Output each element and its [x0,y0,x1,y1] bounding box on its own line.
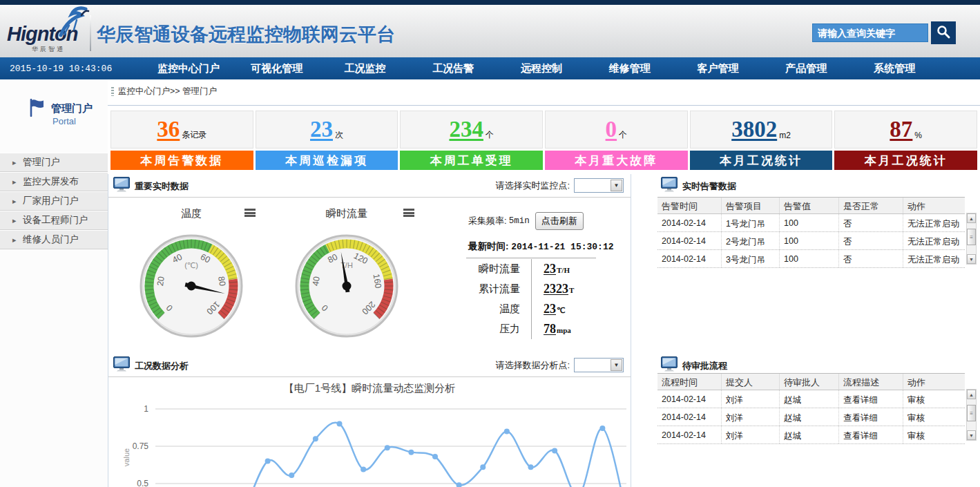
divider [108,105,980,106]
sidebar-item-维修人员门户[interactable]: 维修人员门户 [0,230,108,249]
stat-card-value-box: 36条记录 [111,111,253,149]
column-header-动作: 动作 [903,374,965,390]
reading-row: 累计流量2323T [435,279,574,299]
search-input[interactable] [812,23,928,42]
table-cell: 2014-02-14 [657,426,721,443]
monitor-icon [113,356,130,375]
scrollbar-thumb[interactable]: ≡ [967,229,976,245]
reading-label: 累计流量 [435,279,532,299]
stat-card-1: 23次本周巡检漏项 [256,111,398,170]
svg-text:40: 40 [311,276,322,287]
stat-card-label[interactable]: 本月工况统计 [690,151,833,170]
stat-card-number[interactable]: 0 [606,118,617,141]
logo-divider [90,15,91,51]
svg-text:0.75: 0.75 [133,441,149,451]
table-cell[interactable]: 查看详细 [838,408,903,426]
breadcrumb: 监控中心门户>> 管理门户 [111,86,217,97]
temperature-gauge: 020406080100(℃) [139,233,244,338]
reading-label: 瞬时流量 [435,259,532,279]
nav-item-产品管理[interactable]: 产品管理 [762,57,850,79]
stat-card-label[interactable]: 本周巡检漏项 [256,151,398,170]
stat-card-number[interactable]: 3802 [731,118,777,141]
stat-card-value-box: 0个 [545,111,688,149]
sidebar-item-厂家用户门户[interactable]: 厂家用户门户 [0,191,108,211]
sidebar-item-管理门户[interactable]: 管理门户 [0,153,108,172]
nav-item-客户管理[interactable]: 客户管理 [674,57,762,79]
page-title: 华辰智通设备远程监控物联网云平台 [97,22,395,47]
nav-item-可视化管理[interactable]: 可视化管理 [233,57,321,79]
stat-card-unit: 个 [619,129,627,141]
table-cell: 100 [779,250,838,267]
monitor-point-select[interactable]: ▼ [574,178,624,193]
column-header-流程时间: 流程时间 [657,374,721,390]
stat-card-number[interactable]: 87 [890,118,912,141]
table-header-row: 告警时间告警项目告警值是否正常动作 [657,198,965,214]
frequency-value: 5min [509,216,530,226]
table-cell: 100 [779,214,838,231]
nav-item-工况监控[interactable]: 工况监控 [321,57,410,79]
reading-unit: T/H [557,266,570,274]
table-cell: 2014-02-14 [657,408,721,426]
stat-card-value-box: 3802m2 [690,111,833,149]
column-header-告警项目: 告警项目 [721,198,779,213]
stat-card-label[interactable]: 本周工单受理 [400,151,543,170]
stat-card-label[interactable]: 本周告警数据 [111,151,253,170]
temperature-gauge-title: 温度 [150,207,233,220]
chevron-down-icon[interactable]: ▼ [611,180,622,191]
nav-timestamp: 2015-10-19 10:43:06 [0,64,144,74]
main-nav: 2015-10-19 10:43:06 监控中心门户可视化管理工况监控工况告警远… [0,57,980,79]
reading-row: 压力78mpa [435,319,574,339]
main-content: 监控中心门户>> 管理门户 36条记录本周告警数据23次本周巡检漏项234个本周… [108,79,980,487]
reading-row: 温度23℃ [435,299,574,319]
table-cell: 赵城 [779,426,838,443]
table-cell[interactable]: 审核 [903,426,965,443]
table-cell[interactable]: 查看详细 [838,390,903,408]
search-button[interactable] [931,21,956,44]
stat-card-label[interactable]: 本月工况统计 [834,151,977,170]
nav-item-监控中心门户[interactable]: 监控中心门户 [144,57,233,79]
column-header-告警时间: 告警时间 [657,198,721,213]
latest-time-value: 2014-11-21 15:30:12 [511,242,613,252]
approvals-table-scrollbar[interactable]: ▲ ≡ ▼ [966,389,977,441]
nav-item-远程控制[interactable]: 远程控制 [497,57,586,79]
flow-gauge-title: 瞬时流量 [305,207,388,220]
alarms-table-scrollbar[interactable]: ▲ ≡ ▼ [966,213,977,265]
column-header-待审批人: 待审批人 [779,374,838,390]
refresh-button[interactable]: 点击刷新 [535,212,584,230]
scroll-up-icon[interactable]: ▲ [967,213,976,223]
scroll-up-icon[interactable]: ▲ [967,390,976,399]
table-cell: 无法正常启动 [903,250,965,267]
nav-item-工况告警[interactable]: 工况告警 [409,57,497,79]
reading-number: 2323 [544,282,568,296]
stat-card-label[interactable]: 本月重大故障 [545,151,688,170]
chart-menu-icon[interactable] [403,209,414,217]
nav-item-维修管理[interactable]: 维修管理 [586,57,674,79]
sidebar-item-设备工程师门户[interactable]: 设备工程师门户 [0,211,108,230]
stat-card-number[interactable]: 234 [449,118,483,141]
table-cell[interactable]: 审核 [903,390,965,408]
stat-card-number[interactable]: 36 [157,118,180,141]
stat-card-2: 234个本周工单受理 [400,111,543,170]
scroll-down-icon[interactable]: ▼ [967,430,976,440]
analysis-point-select[interactable]: ▼ [574,358,624,372]
nav-item-系统管理[interactable]: 系统管理 [850,57,939,79]
svg-text:1: 1 [144,404,148,414]
scrollbar-thumb[interactable]: ≡ [967,405,976,421]
table-cell[interactable]: 审核 [903,408,965,426]
svg-text:80: 80 [216,276,227,287]
chart-menu-icon[interactable] [244,209,256,217]
reading-row: 瞬时流量23T/H [435,259,574,279]
table-cell[interactable]: 查看详细 [838,426,903,443]
stat-card-number[interactable]: 23 [310,118,333,141]
monitor-point-select-label: 请选择实时监控点: [495,180,570,192]
alarms-section-title: 实时告警数据 [682,180,736,193]
portal-subtitle: Portal [52,116,76,126]
reading-label: 温度 [435,299,532,319]
column-header-动作: 动作 [903,198,965,213]
scroll-down-icon[interactable]: ▼ [967,254,976,264]
chevron-down-icon[interactable]: ▼ [611,359,622,371]
table-cell: 否 [838,232,903,249]
sidebar-item-监控大屏发布[interactable]: 监控大屏发布 [0,172,108,191]
stat-card-value-box: 87% [834,111,977,149]
realtime-section-title: 重要实时数据 [135,180,189,193]
